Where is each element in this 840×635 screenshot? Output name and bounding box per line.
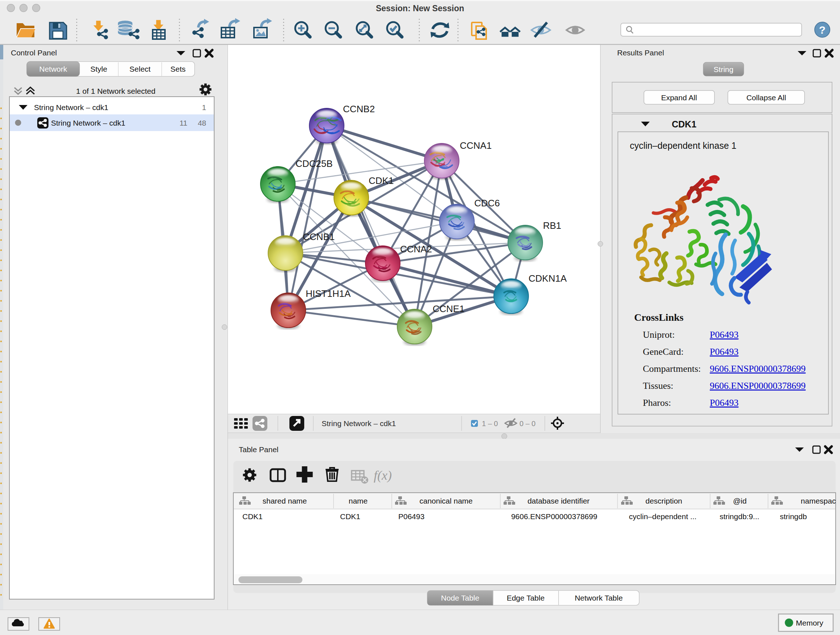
svg-text:cyclin–dependent kinase 1: cyclin–dependent kinase 1	[630, 141, 737, 150]
svg-text:Compartments:: Compartments:	[643, 363, 701, 374]
svg-text:Session: New Session: Session: New Session	[376, 4, 464, 13]
svg-text:stringdb:9...: stringdb:9...	[720, 512, 759, 521]
svg-text:Uniprot:: Uniprot:	[643, 329, 675, 340]
svg-text:9606.ENSP00000378699: 9606.ENSP00000378699	[710, 363, 806, 374]
svg-text:String: String	[714, 65, 734, 73]
svg-text:Tissues:: Tissues:	[643, 380, 673, 391]
svg-text:CDKN1A: CDKN1A	[529, 273, 567, 284]
svg-text:@id: @id	[733, 497, 747, 505]
svg-text:Pharos:: Pharos:	[643, 397, 671, 408]
svg-text:stringdb: stringdb	[780, 512, 807, 521]
svg-text:name: name	[349, 497, 368, 505]
svg-text:CDK1: CDK1	[672, 119, 696, 129]
svg-text:1: 1	[202, 103, 206, 111]
svg-text:1 of 1 Network selected: 1 of 1 Network selected	[76, 87, 155, 95]
svg-text:Table Panel: Table Panel	[239, 445, 279, 454]
svg-text:1 – 0: 1 – 0	[482, 420, 498, 428]
svg-text:description: description	[645, 497, 682, 505]
svg-text:CCNB2: CCNB2	[343, 103, 375, 114]
svg-text:CDK1: CDK1	[242, 512, 263, 521]
svg-text:CCNA1: CCNA1	[460, 140, 492, 151]
svg-text:Results Panel: Results Panel	[617, 49, 664, 57]
svg-text:CDC25B: CDC25B	[295, 158, 333, 169]
svg-text:CDK1: CDK1	[369, 175, 393, 186]
svg-text:P06493: P06493	[398, 512, 424, 521]
svg-text:GeneCard:: GeneCard:	[643, 347, 684, 357]
svg-text:f(x): f(x)	[374, 468, 392, 483]
svg-text:RB1: RB1	[543, 220, 561, 231]
svg-text:48: 48	[198, 119, 206, 127]
svg-text:CrossLinks: CrossLinks	[634, 312, 684, 323]
svg-text:Style: Style	[90, 65, 107, 73]
svg-text:CCNE1: CCNE1	[433, 303, 464, 314]
svg-text:Collapse All: Collapse All	[746, 93, 786, 102]
svg-text:database identifier: database identifier	[527, 497, 590, 505]
svg-text:Edge Table: Edge Table	[507, 594, 545, 602]
svg-text:9606.ENSP00000378699: 9606.ENSP00000378699	[511, 512, 597, 521]
svg-text:Sets: Sets	[171, 65, 186, 73]
svg-text:Node Table: Node Table	[441, 594, 479, 602]
svg-text:CCNA2: CCNA2	[400, 244, 432, 255]
svg-text:9606.ENSP00000378699: 9606.ENSP00000378699	[710, 380, 806, 391]
svg-text:CCNB1: CCNB1	[303, 231, 335, 242]
svg-text:HIST1H1A: HIST1H1A	[306, 288, 351, 299]
svg-text:Network Table: Network Table	[575, 594, 623, 602]
svg-text:CDC6: CDC6	[474, 198, 500, 209]
svg-text:canonical name: canonical name	[419, 497, 472, 505]
svg-text:Select: Select	[129, 65, 151, 73]
svg-text:namespac: namespac	[801, 497, 836, 505]
svg-text:cyclin–dependent ...: cyclin–dependent ...	[629, 512, 697, 521]
svg-text:String Network – cdk1: String Network – cdk1	[51, 119, 125, 127]
svg-text:11: 11	[180, 119, 187, 127]
svg-text:P06493: P06493	[710, 347, 738, 357]
svg-text:Control Panel: Control Panel	[11, 49, 57, 57]
svg-text:String Network – cdk1: String Network – cdk1	[34, 103, 108, 111]
svg-text:shared name: shared name	[263, 497, 307, 505]
svg-text:Network: Network	[39, 65, 67, 73]
svg-text:P06493: P06493	[710, 397, 738, 408]
svg-text:CDK1: CDK1	[340, 512, 360, 521]
svg-text:String Network – cdk1: String Network – cdk1	[322, 419, 396, 428]
svg-text:Memory: Memory	[796, 619, 823, 627]
svg-text:P06493: P06493	[710, 329, 738, 340]
svg-text:0 – 0: 0 – 0	[519, 420, 535, 428]
svg-text:Expand All: Expand All	[661, 93, 697, 102]
svg-text:?: ?	[819, 24, 826, 36]
